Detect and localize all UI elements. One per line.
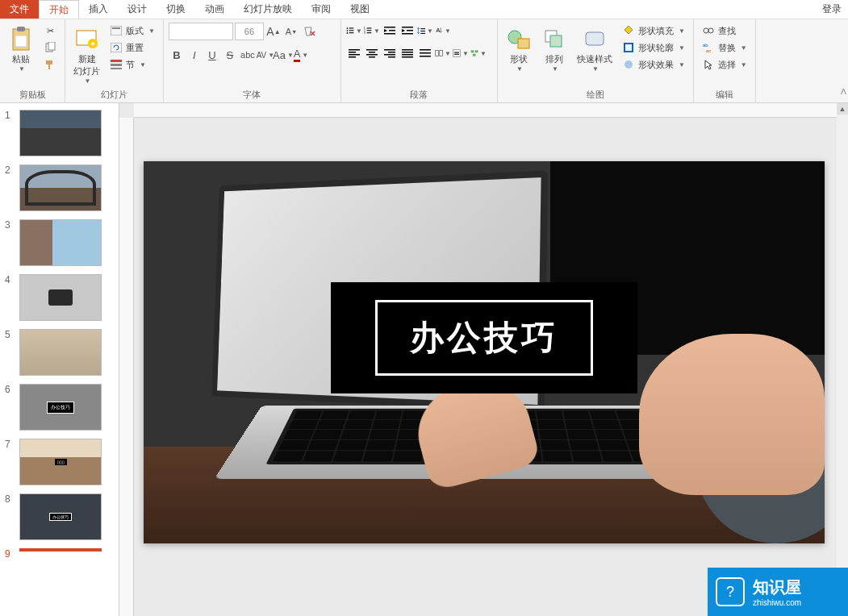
collapse-ribbon-icon[interactable]: ᐱ <box>841 87 846 96</box>
scroll-up-icon[interactable]: ▲ <box>837 103 848 114</box>
align-center-button[interactable] <box>364 45 380 61</box>
tab-animations[interactable]: 动画 <box>195 0 234 19</box>
svg-rect-66 <box>550 35 562 47</box>
font-size-combo[interactable]: 66 <box>235 23 264 40</box>
horizontal-ruler[interactable] <box>134 103 837 118</box>
find-button[interactable]: 查找 <box>699 23 750 39</box>
svg-rect-13 <box>111 68 122 69</box>
select-button[interactable]: 选择▼ <box>699 56 750 73</box>
distribute-button[interactable] <box>417 45 433 61</box>
smartart-button[interactable]: ▼ <box>470 45 487 61</box>
shapes-button[interactable]: 形状▼ <box>503 23 535 74</box>
arrange-button[interactable]: 排列▼ <box>538 23 570 74</box>
tab-file[interactable]: 文件 <box>0 0 39 19</box>
slide-thumb-6[interactable]: 6办公技巧 <box>0 382 119 437</box>
svg-rect-64 <box>518 39 529 48</box>
clear-format-icon[interactable] <box>301 23 317 40</box>
shape-effects-button[interactable]: 形状效果▼ <box>619 56 688 73</box>
svg-rect-48 <box>402 49 413 51</box>
replace-button[interactable]: abac替换▼ <box>699 40 750 56</box>
decrease-font-icon[interactable]: A▼ <box>283 23 299 40</box>
login-link[interactable]: 登录 <box>816 0 848 19</box>
svg-rect-10 <box>111 43 122 52</box>
tab-view[interactable]: 视图 <box>340 0 379 19</box>
slide-thumb-7[interactable]: 7▯▯▯ <box>0 437 119 492</box>
svg-point-14 <box>346 27 348 29</box>
new-slide-button[interactable]: ✦ 新建 幻灯片 ▼ <box>70 23 103 86</box>
slide-canvas[interactable]: 办公技巧 <box>144 161 825 543</box>
paste-button[interactable]: 粘贴 ▼ <box>5 23 37 74</box>
strikethrough-button[interactable]: S <box>222 47 238 63</box>
editing-group-label: 编辑 <box>699 87 750 102</box>
shape-outline-button[interactable]: 形状轮廓▼ <box>619 40 688 56</box>
quick-styles-icon <box>582 24 608 53</box>
vertical-scrollbar[interactable]: ▲ ▼ <box>837 103 848 616</box>
numbering-button[interactable]: 123▼ <box>364 23 380 39</box>
svg-text:A: A <box>436 27 440 34</box>
svg-rect-46 <box>384 54 395 56</box>
tab-slideshow[interactable]: 幻灯片放映 <box>234 0 302 19</box>
font-name-combo[interactable] <box>169 23 233 40</box>
quick-styles-button[interactable]: 快速样式▼ <box>574 23 616 74</box>
vertical-ruler[interactable] <box>119 118 134 616</box>
section-button[interactable]: 节▼ <box>107 56 158 73</box>
line-spacing-button[interactable]: ▼ <box>417 23 433 39</box>
italic-button[interactable]: I <box>186 47 203 63</box>
font-color-button[interactable]: A▼ <box>293 47 309 63</box>
increase-font-icon[interactable]: A▲ <box>265 23 282 40</box>
shadow-button[interactable]: abc <box>240 47 256 63</box>
align-right-button[interactable] <box>382 45 398 61</box>
text-direction-button[interactable]: A▼ <box>435 23 451 39</box>
slides-group-label: 幻灯片 <box>70 87 158 102</box>
svg-rect-12 <box>111 64 122 66</box>
svg-rect-49 <box>402 52 413 53</box>
svg-rect-44 <box>384 49 395 51</box>
work-area: 1 2 3 4 5 6办公技巧 7▯▯▯ 8办公技巧 9 ▲ ▼ <box>0 103 848 616</box>
svg-rect-59 <box>454 54 459 55</box>
justify-button[interactable] <box>399 45 416 61</box>
underline-button[interactable]: U <box>204 47 220 63</box>
brush-icon <box>44 58 56 71</box>
copy-button[interactable] <box>40 40 60 56</box>
tab-insert[interactable]: 插入 <box>79 0 118 19</box>
svg-rect-62 <box>473 54 476 56</box>
layout-button[interactable]: 版式▼ <box>107 23 158 39</box>
slide-thumb-5[interactable]: 5 <box>0 327 119 382</box>
svg-rect-42 <box>366 54 378 56</box>
slide-thumb-9[interactable]: 9 <box>0 547 119 566</box>
slide-canvas-area: ▲ ▼ 办公技巧 <box>119 103 848 616</box>
tab-review[interactable]: 审阅 <box>302 0 340 19</box>
char-spacing-button[interactable]: AV▼ <box>257 47 274 63</box>
change-case-button[interactable]: Aa▼ <box>275 47 291 63</box>
outline-icon <box>622 41 635 54</box>
columns-button[interactable]: ▼ <box>435 45 451 61</box>
svg-text:✦: ✦ <box>90 40 96 48</box>
svg-rect-33 <box>420 31 425 31</box>
shape-fill-button[interactable]: 形状填充▼ <box>619 23 688 39</box>
cursor-icon <box>702 58 715 71</box>
title-box[interactable]: 办公技巧 <box>331 282 637 393</box>
cut-button[interactable]: ✂ <box>40 23 60 39</box>
increase-indent-button[interactable] <box>399 23 416 39</box>
decrease-indent-button[interactable] <box>382 23 398 39</box>
slide-thumb-4[interactable]: 4 <box>0 273 119 327</box>
align-left-button[interactable] <box>346 45 362 61</box>
group-slides: ✦ 新建 幻灯片 ▼ 版式▼ 重置 节▼ 幻灯片 <box>65 19 164 102</box>
tab-design[interactable]: 设计 <box>118 0 157 19</box>
format-painter-button[interactable] <box>40 56 60 73</box>
watermark-icon: ? <box>716 577 745 606</box>
align-text-button[interactable]: ▼ <box>453 45 469 61</box>
tab-home[interactable]: 开始 <box>39 0 79 19</box>
bold-button[interactable]: B <box>169 47 185 63</box>
slide-thumb-1[interactable]: 1 <box>0 108 119 163</box>
svg-rect-36 <box>349 49 360 51</box>
slide-thumbnail-panel[interactable]: 1 2 3 4 5 6办公技巧 7▯▯▯ 8办公技巧 9 <box>0 103 119 616</box>
slide-thumb-8[interactable]: 8办公技巧 <box>0 492 119 547</box>
slide-thumb-3[interactable]: 3 <box>0 218 119 273</box>
tab-transitions[interactable]: 切换 <box>157 0 195 19</box>
svg-point-69 <box>625 60 633 69</box>
effects-icon <box>622 58 635 71</box>
bullets-button[interactable]: ▼ <box>346 23 362 39</box>
slide-thumb-2[interactable]: 2 <box>0 163 119 218</box>
reset-button[interactable]: 重置 <box>107 40 158 56</box>
